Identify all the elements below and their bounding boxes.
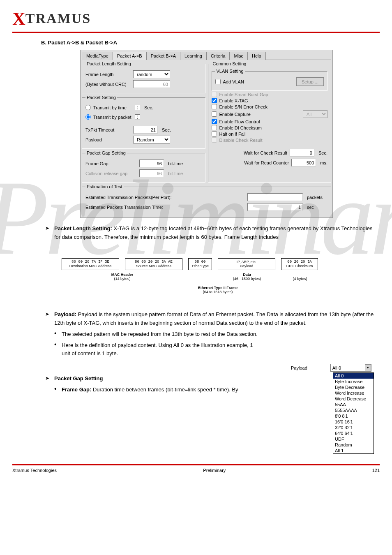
tab-learning[interactable]: Learning xyxy=(180,52,207,60)
payload-dd-opt-12[interactable]: Random xyxy=(333,442,374,448)
payload-dd-opt-9[interactable]: 32'0 32'1 xyxy=(333,425,374,430)
estimation-of-test-group: Estimation of Test Estimated Transmissio… xyxy=(82,184,331,216)
frame-gap-label: Frame Gap xyxy=(85,161,137,166)
eot-legend: Estimation of Test xyxy=(85,184,124,189)
eth-crc-bytes: (4 bytes) xyxy=(293,277,307,281)
smart-burst-check xyxy=(212,92,217,97)
payload-dd-opt-1[interactable]: Byte Increase xyxy=(333,379,374,384)
payload-select[interactable]: Random xyxy=(133,136,170,143)
payload-dropdown-example: Payload All 0 ▼ All 0 Byte Increase Byte… xyxy=(291,364,374,454)
ept-label: Estimated Packets Transmission Time: xyxy=(85,205,188,210)
payload-dd-opt-10[interactable]: 64'0 64'1 xyxy=(333,430,374,436)
page-footer: Xtramus Technologies Preliminary 121 xyxy=(12,464,380,473)
frame-length-select[interactable]: random xyxy=(133,70,170,78)
frame-gap-unit: bit-time xyxy=(168,161,183,166)
wait-read-input[interactable] xyxy=(291,159,316,166)
tx-by-packet-input[interactable] xyxy=(135,114,140,120)
eth-data-header: Data xyxy=(243,273,251,277)
packet-setting-group: Packet Setting Transmit by time Sec. Tra… xyxy=(82,95,205,149)
flow-check[interactable] xyxy=(212,119,217,124)
eth-smac-lbl: Source MAC Address xyxy=(129,264,179,268)
tab-packet-a-b[interactable]: Packet A->B xyxy=(113,52,147,60)
eth-dmac-box: 80 00 20 7A 3F 3E Destination MAC Addres… xyxy=(62,258,119,271)
packet-length-setting-group: Packet Length Setting Frame Length rando… xyxy=(82,61,205,93)
eth-data-bytes: (46 - 1500 bytes) xyxy=(233,277,261,281)
di-chk-check[interactable] xyxy=(212,125,217,130)
payload-dd-opt-11[interactable]: UDF xyxy=(333,436,374,442)
payload-arrow: Payload: Payload is the system unique pa… xyxy=(45,310,374,328)
txpkt-timeout-input[interactable] xyxy=(133,126,158,134)
wait-read-label: Wait for Read Counter xyxy=(212,160,289,165)
tab-packet-b-a[interactable]: Packet B->A xyxy=(146,52,180,60)
smart-burst-label: Enable Smart Burst Gap xyxy=(219,92,268,97)
logo-rest: TRAMUS xyxy=(25,11,91,26)
payload-dd-select[interactable]: All 0 ▼ xyxy=(330,364,371,372)
tab-criteria[interactable]: Criteria xyxy=(206,52,230,60)
footer-right: 121 xyxy=(372,468,380,473)
add-vlan-check[interactable] xyxy=(215,79,221,84)
sn-err-check[interactable] xyxy=(212,104,217,109)
tx-by-packet-label: Transmit by packet xyxy=(93,115,132,120)
eth-et-hex: 08 00 xyxy=(192,260,208,264)
packet-gap-setting-group: Packet Gap Setting Frame Gap bit-time Co… xyxy=(82,150,205,183)
pgs-arrow-bold: Packet Gap Setting xyxy=(54,375,103,382)
capture-check[interactable] xyxy=(212,111,217,117)
eth-mac-bytes: (14 bytes) xyxy=(114,277,130,281)
payload-dot2: Here is the definition of payload conten… xyxy=(45,341,259,358)
ps-legend: Packet Setting xyxy=(85,95,117,100)
bytes-without-crc-input xyxy=(133,80,170,88)
eth-et-box: 08 00 EtherType xyxy=(188,258,212,271)
payload-dd-opt-6[interactable]: 5555AAAA xyxy=(333,407,374,413)
vlan-setting-group: VLAN Setting Add VLAN Setup ... xyxy=(212,69,328,91)
payload-dd-opt-13[interactable]: All 1 xyxy=(333,448,374,453)
tab-misc[interactable]: Misc xyxy=(229,52,248,60)
tx-by-time-unit: Sec. xyxy=(144,105,153,110)
flow-label: Enable Flow Control xyxy=(219,119,260,124)
capture-label: Enable Capture xyxy=(219,112,301,117)
payload-dd-opt-7[interactable]: 8'0 8'1 xyxy=(333,413,374,419)
framegap-bold: Frame Gap: xyxy=(62,386,91,393)
wait-check-unit: Sec. xyxy=(318,150,327,155)
eth-payload-lbl: Payload xyxy=(221,264,272,268)
payload-dd-list[interactable]: All 0 Byte Increase Byte Decrease Word I… xyxy=(333,372,374,454)
xtag-check[interactable] xyxy=(212,98,217,103)
etp-input[interactable] xyxy=(247,193,303,201)
section-heading: B. Packet A->B & Packet B->A xyxy=(41,39,374,46)
eth-crc-hex: 00 20 20 3A xyxy=(285,260,314,264)
frame-gap-input[interactable] xyxy=(139,160,164,167)
xtag-label: Enable X-TAG xyxy=(219,98,248,103)
capture-select: All xyxy=(303,110,327,118)
frame-length-label: Frame Length xyxy=(85,72,131,77)
tab-row: MediaType Packet A->B Packet B->A Learni… xyxy=(82,51,331,60)
common-setting-group: Common Setting VLAN Setting Add VLAN Set… xyxy=(208,61,332,183)
tab-help[interactable]: Help xyxy=(247,52,266,60)
etp-unit: packets xyxy=(307,195,327,200)
halt-check[interactable] xyxy=(212,131,217,136)
ept-input[interactable] xyxy=(247,203,303,211)
vlan-setup-button[interactable]: Setup ... xyxy=(296,77,324,86)
payload-dd-label: Payload xyxy=(291,365,307,370)
brand-logo: XTRAMUS xyxy=(12,8,380,29)
txpkt-timeout-unit: Sec. xyxy=(162,127,171,132)
cs-legend: Common Setting xyxy=(212,61,248,66)
eth-frame-title: Ethernet Type II Frame xyxy=(198,286,238,290)
payload-dd-opt-4[interactable]: Word Decrease xyxy=(333,396,374,402)
tab-mediatype[interactable]: MediaType xyxy=(82,52,113,60)
payload-dd-opt-0[interactable]: All 0 xyxy=(333,373,374,379)
tx-by-time-radio[interactable] xyxy=(85,105,91,110)
tx-by-time-label: Transmit by time xyxy=(93,105,132,110)
pls-description: Packet Length Setting: X-TAG is a 12-byt… xyxy=(45,224,374,242)
collision-gap-input xyxy=(139,169,164,177)
payload-dd-opt-2[interactable]: Byte Decrease xyxy=(333,384,374,390)
payload-dd-opt-5[interactable]: 55AA xyxy=(333,402,374,407)
ethernet-frame-diagram: 80 00 20 7A 3F 3E Destination MAC Addres… xyxy=(62,258,374,271)
tx-by-packet-radio[interactable] xyxy=(85,114,91,120)
disable-check-result-label: Disable Check Result xyxy=(219,138,263,143)
payload-dd-opt-8[interactable]: 16'0 16'1 xyxy=(333,419,374,425)
chevron-down-icon: ▼ xyxy=(365,364,371,371)
tx-by-time-input xyxy=(135,105,140,110)
wait-check-input[interactable] xyxy=(290,149,314,157)
payload-dd-opt-3[interactable]: Word Increase xyxy=(333,390,374,396)
vlan-legend: VLAN Setting xyxy=(215,69,245,74)
collision-gap-label: Collision release gap xyxy=(85,171,137,176)
